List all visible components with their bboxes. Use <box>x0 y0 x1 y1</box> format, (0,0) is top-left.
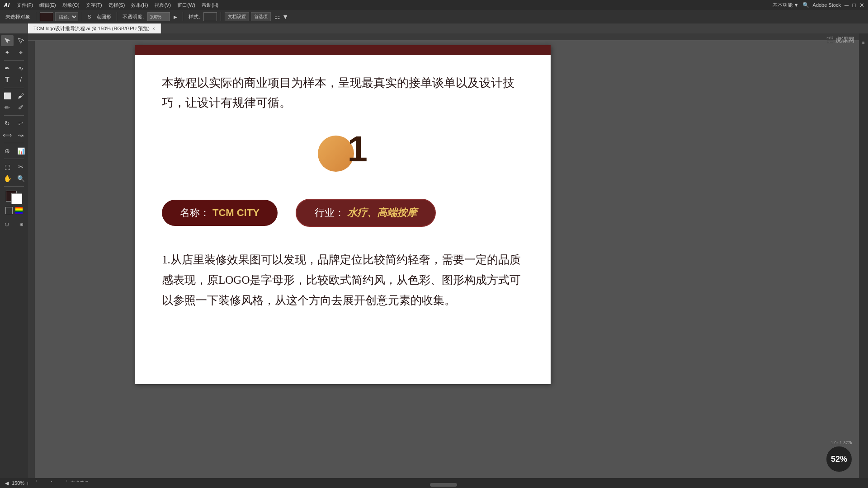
lasso-tools: ✦ ⌖ <box>1 47 27 58</box>
opacity-input[interactable] <box>147 12 170 21</box>
magic-wand-tool[interactable]: ✦ <box>1 47 14 58</box>
ruler-left <box>28 41 35 478</box>
reflect-tool[interactable]: ⇌ <box>14 118 27 129</box>
direct-selection-tool[interactable] <box>14 35 27 46</box>
tool-divider-5 <box>4 159 24 159</box>
intro-paragraph: 本教程以实际的商业项目为样本，呈现最真实的接单谈单以及设计技巧，让设计有规律可循… <box>162 73 524 113</box>
opacity-label: 不透明度: <box>121 13 146 21</box>
text-tool[interactable]: T <box>1 75 14 85</box>
selection-tool[interactable] <box>1 35 14 46</box>
scrollbar-thumb[interactable] <box>430 483 457 487</box>
percent-circle: 52% <box>826 446 852 472</box>
menu-window[interactable]: 窗口(W) <box>175 1 198 9</box>
style-label: 样式: <box>187 13 202 21</box>
tool-divider-1 <box>4 60 24 61</box>
window-minimize-icon[interactable]: ─ <box>844 2 849 9</box>
doc-settings-button[interactable]: 文档设置 <box>225 12 249 21</box>
menu-bar-right: 基本功能 ▼ 🔍 Adobe Stock ─ □ ✕ <box>773 2 864 9</box>
fill-stroke-colors[interactable] <box>6 191 22 204</box>
tool-divider-4 <box>4 143 24 143</box>
stroke-select[interactable]: 描述: <box>55 12 78 21</box>
pen-tools: ✒ ∿ <box>1 63 27 74</box>
zoom-out-button[interactable]: ◀ <box>4 480 10 486</box>
artboard: 本教程以实际的商业项目为样本，呈现最真实的接单谈单以及设计技巧，让设计有规律可循… <box>135 45 551 384</box>
zoom-tool[interactable]: 🔍 <box>14 173 27 184</box>
pencil-tools: ✏ ✐ <box>1 102 27 113</box>
transform-tools: ↻ ⇌ <box>1 118 27 129</box>
window-close-icon[interactable]: ✕ <box>859 2 864 9</box>
menu-effect[interactable]: 效果(H) <box>128 1 151 9</box>
menu-file[interactable]: 文件(F) <box>14 1 36 9</box>
symbol-tool[interactable]: ⊕ <box>1 145 14 156</box>
graph-tools: ⊕ 📊 <box>1 145 27 156</box>
artboard-tools: ⬚ ✂ <box>1 161 27 172</box>
menu-view[interactable]: 视图(V) <box>152 1 174 9</box>
menu-help[interactable]: 帮助(H) <box>199 1 221 9</box>
number-circle-container: 1 <box>318 131 368 176</box>
stroke-color[interactable] <box>11 193 22 204</box>
nav-tools: 🖐 🔍 <box>1 173 27 184</box>
watermark: 🎬 虎课网 <box>826 36 854 44</box>
menu-edit[interactable]: 编辑(E) <box>37 1 59 9</box>
badge-section: 名称： TCM CITY 行业： 水疗、高端按摩 <box>162 199 524 227</box>
view-mode-icons: ⬡ ⊞ <box>0 219 28 230</box>
left-toolbar: ✦ ⌖ ✒ ∿ T / ⬜ 🖌 ✏ ✐ ↻ ⇌ ⟺ ↝ ⊕ 📊 ⬚ ✂ 🖐 🔍 <box>0 33 28 478</box>
width-tools: ⟺ ↝ <box>1 130 27 141</box>
search-icon: 🔍 <box>802 2 809 8</box>
horizontal-scrollbar[interactable] <box>28 482 859 488</box>
toolbar: 未选择对象 描述: S 点圆形 不透明度: ▶ 样式: 文档设置 首选项 ⚏ ▼ <box>0 10 868 23</box>
document-canvas[interactable]: 本教程以实际的商业项目为样本，呈现最真实的接单谈单以及设计技巧，让设计有规律可循… <box>35 41 859 478</box>
width-tool[interactable]: ⟺ <box>1 130 14 141</box>
gradient-icon[interactable] <box>15 207 23 214</box>
ruler-top <box>28 33 859 41</box>
pencil-tool[interactable]: ✏ <box>1 102 14 113</box>
curvature-tool[interactable]: ∿ <box>14 63 27 74</box>
column-chart-tool[interactable]: 📊 <box>14 145 27 156</box>
app-logo: Ai <box>4 2 9 9</box>
canvas-area[interactable]: 本教程以实际的商业项目为样本，呈现最真实的接单谈单以及设计技巧，让设计有规律可循… <box>28 33 859 478</box>
industry-badge-value: 水疗、高端按摩 <box>347 206 417 220</box>
window-maximize-icon[interactable]: □ <box>852 2 856 9</box>
name-badge-value: TCM CITY <box>212 207 259 219</box>
menu-object[interactable]: 对象(O) <box>60 1 82 9</box>
shape-select-label: S <box>86 13 93 20</box>
lasso-tool[interactable]: ⌖ <box>14 47 27 58</box>
coordinates-display: 1.9k / -377k <box>826 441 852 445</box>
first-item-button[interactable]: 首选项 <box>251 12 271 21</box>
menu-select[interactable]: 选择(S) <box>106 1 128 9</box>
menu-bar: Ai 文件(F) 编辑(E) 对象(O) 文字(T) 选择(S) 效果(H) 视… <box>0 0 868 10</box>
artboard-top-bar <box>135 45 551 55</box>
pen-tool[interactable]: ✒ <box>1 63 14 74</box>
basic-function-label: 基本功能 ▼ <box>773 2 799 9</box>
slice-tool[interactable]: ✂ <box>14 161 27 172</box>
rotate-tool[interactable]: ↻ <box>1 118 14 129</box>
properties-panel-icon[interactable]: ≡ <box>857 37 868 48</box>
artboard-tool[interactable]: ⬚ <box>1 161 14 172</box>
draw-inside-icon[interactable]: ⬡ <box>0 219 13 230</box>
hand-tool[interactable]: 🖐 <box>1 173 14 184</box>
paintbrush-tool[interactable]: 🖌 <box>14 90 27 101</box>
change-screen-icon[interactable]: ⊞ <box>15 219 28 230</box>
selection-tools <box>1 35 27 46</box>
warp-tool[interactable]: ↝ <box>14 130 27 141</box>
rect-tool[interactable]: ⬜ <box>1 90 14 101</box>
menu-text[interactable]: 文字(T) <box>83 1 105 9</box>
adobe-stock-label: Adobe Stock <box>813 2 841 8</box>
document-tab[interactable]: TCM logo设计推导流程.ai @ 150% (RGB/GPU 预览) × <box>28 23 161 33</box>
name-badge: 名称： TCM CITY <box>162 200 278 226</box>
artboard-content: 本教程以实际的商业项目为样本，呈现最真实的接单谈单以及设计技巧，让设计有规律可循… <box>135 55 551 328</box>
fill-color-input[interactable] <box>40 12 53 21</box>
line-tool[interactable]: / <box>14 75 27 85</box>
tab-close-button[interactable]: × <box>152 26 155 31</box>
tool-divider-2 <box>4 88 24 88</box>
status-bar: ◀ 150% ▶ ◀ 1 ▶ 直接选择 <box>0 478 868 488</box>
shape-tools: ⬜ 🖌 <box>1 90 27 101</box>
zoom-level[interactable]: 150% <box>12 480 24 486</box>
shaper-tool[interactable]: ✐ <box>14 102 27 113</box>
no-color-icon[interactable] <box>5 207 13 214</box>
body-paragraph: 1.从店里装修效果图可以发现，品牌定位比较简约轻奢，需要一定的品质感表现，原LO… <box>162 249 524 310</box>
align-icon[interactable]: ⚏ ▼ <box>273 12 290 21</box>
style-input[interactable] <box>203 12 217 21</box>
opacity-arrow[interactable]: ▶ <box>172 14 179 20</box>
tab-filename: TCM logo设计推导流程.ai @ 150% (RGB/GPU 预览) <box>33 25 150 32</box>
